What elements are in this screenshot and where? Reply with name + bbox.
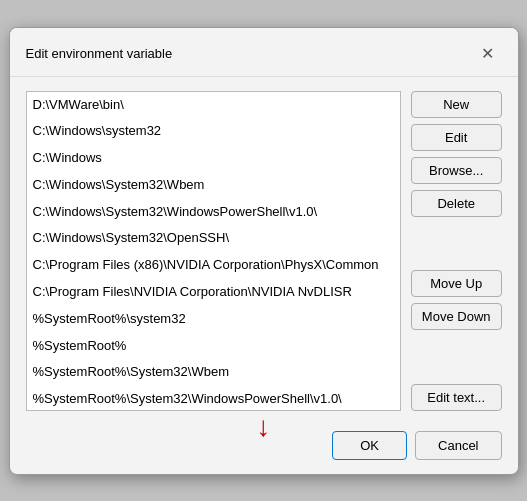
- list-item[interactable]: %SystemRoot%\System32\WindowsPowerShell\…: [27, 386, 400, 410]
- list-item[interactable]: C:\Program Files\NVIDIA Corporation\NVID…: [27, 279, 400, 306]
- action-buttons: New Edit Browse... Delete Move Up Move D…: [411, 91, 502, 411]
- delete-button[interactable]: Delete: [411, 190, 502, 217]
- list-item[interactable]: D:\VMWare\bin\: [27, 92, 400, 119]
- list-item[interactable]: %SystemRoot%\system32: [27, 306, 400, 333]
- edit-button[interactable]: Edit: [411, 124, 502, 151]
- spacer: [411, 223, 502, 265]
- new-button[interactable]: New: [411, 91, 502, 118]
- list-item[interactable]: C:\Windows: [27, 145, 400, 172]
- list-item[interactable]: %SystemRoot%\System32\Wbem: [27, 359, 400, 386]
- list-item[interactable]: C:\Windows\System32\Wbem: [27, 172, 400, 199]
- env-var-list[interactable]: D:\VMWare\bin\C:\Windows\system32C:\Wind…: [26, 91, 401, 411]
- dialog-body: D:\VMWare\bin\C:\Windows\system32C:\Wind…: [10, 77, 518, 423]
- list-item[interactable]: C:\Windows\system32: [27, 118, 400, 145]
- close-button[interactable]: ✕: [474, 40, 502, 68]
- move-up-button[interactable]: Move Up: [411, 270, 502, 297]
- list-item[interactable]: C:\Windows\System32\WindowsPowerShell\v1…: [27, 199, 400, 226]
- list-item[interactable]: C:\Program Files (x86)\NVIDIA Corporatio…: [27, 252, 400, 279]
- list-item[interactable]: %SystemRoot%: [27, 333, 400, 360]
- browse-button[interactable]: Browse...: [411, 157, 502, 184]
- dialog-title: Edit environment variable: [26, 46, 173, 61]
- move-down-button[interactable]: Move Down: [411, 303, 502, 330]
- list-item[interactable]: C:\Windows\System32\OpenSSH\: [27, 225, 400, 252]
- arrow-indicator: ↓: [257, 413, 271, 441]
- cancel-button[interactable]: Cancel: [415, 431, 501, 460]
- spacer2: [411, 336, 502, 378]
- dialog-footer: ↓ OK Cancel: [10, 423, 518, 474]
- edit-text-button[interactable]: Edit text...: [411, 384, 502, 411]
- edit-env-dialog: Edit environment variable ✕ D:\VMWare\bi…: [9, 27, 519, 475]
- title-bar: Edit environment variable ✕: [10, 28, 518, 77]
- ok-button[interactable]: OK: [332, 431, 407, 460]
